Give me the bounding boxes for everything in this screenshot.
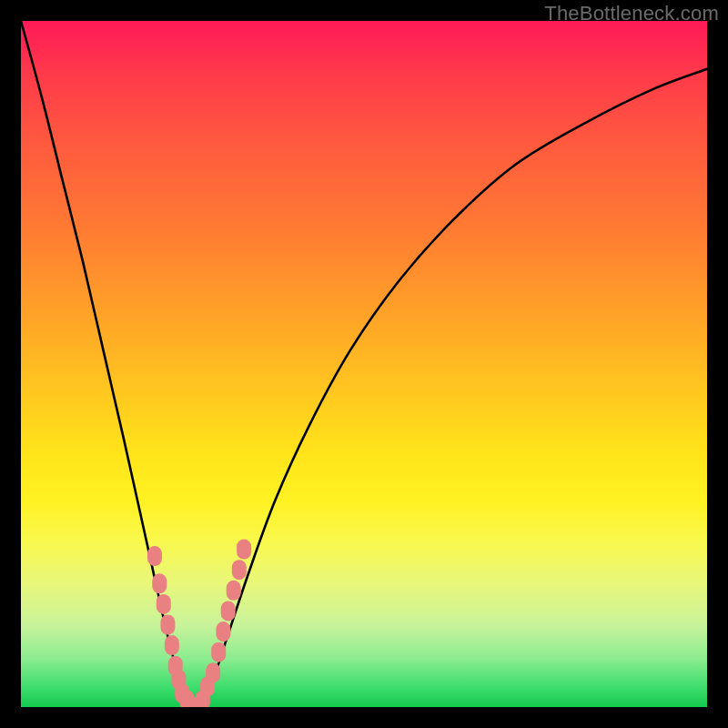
marker-dot bbox=[221, 601, 236, 621]
curve-layer bbox=[21, 21, 707, 707]
plot-area bbox=[21, 21, 707, 707]
marker-dot bbox=[160, 615, 175, 635]
chart-frame: TheBottleneck.com bbox=[0, 0, 728, 728]
bottleneck-curve bbox=[21, 21, 707, 707]
marker-group bbox=[147, 540, 251, 707]
marker-dot bbox=[237, 540, 251, 560]
marker-dot bbox=[232, 560, 247, 580]
marker-dot bbox=[227, 581, 241, 601]
marker-dot bbox=[152, 573, 167, 593]
marker-dot bbox=[216, 622, 230, 642]
marker-dot bbox=[165, 635, 179, 655]
marker-dot bbox=[157, 594, 171, 614]
watermark-text: TheBottleneck.com bbox=[544, 2, 719, 25]
marker-dot bbox=[147, 546, 162, 566]
marker-dot bbox=[211, 642, 226, 662]
marker-dot bbox=[206, 662, 220, 682]
